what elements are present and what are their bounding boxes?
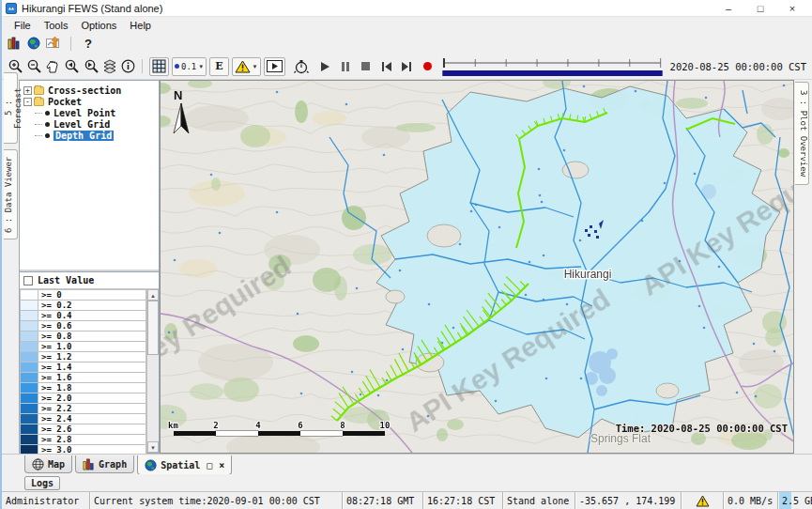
menu-file[interactable]: File xyxy=(8,19,38,32)
folder-icon xyxy=(34,98,44,106)
first-frame-icon[interactable] xyxy=(381,61,392,72)
legend-row: >= 1.0 xyxy=(20,341,146,351)
gauge-dot xyxy=(783,85,786,87)
legend-row: >= 1.4 xyxy=(20,362,146,372)
expand-icon[interactable]: + xyxy=(23,86,32,95)
legend-swatch xyxy=(20,320,38,331)
folder-icon xyxy=(34,86,44,95)
gauge-dot xyxy=(541,201,544,204)
map-canvas[interactable]: API Key Required API Key Required API Ke… xyxy=(161,81,794,453)
tree-item-level-grid[interactable]: Level Grid xyxy=(35,118,157,130)
logs-button[interactable]: Logs xyxy=(24,476,60,490)
gauge-dot xyxy=(698,305,701,308)
legend-swatch xyxy=(20,351,38,362)
tree-item-cross-section[interactable]: + Cross-section xyxy=(22,85,157,96)
legend-scrollbar[interactable]: ▲ ▼ xyxy=(146,289,159,453)
menu-bar: File Tools Options Help xyxy=(2,17,812,33)
chart-export-icon[interactable] xyxy=(46,37,61,50)
stop-icon[interactable] xyxy=(360,61,371,71)
tree-item-depth-grid[interactable]: Depth Grid xyxy=(35,130,157,141)
layers-icon[interactable] xyxy=(102,59,118,73)
status-memory: 2.5 GB xyxy=(777,492,812,509)
gauge-dot xyxy=(351,371,354,374)
pan-icon[interactable] xyxy=(45,59,60,74)
node-bullet-icon xyxy=(45,133,50,138)
contour-value-label: 0.1 xyxy=(181,62,196,71)
left-tab-strip: 5 : Forecast 6 : Data Viewer xyxy=(2,80,19,454)
animation-settings-icon[interactable] xyxy=(294,59,309,74)
vegetation-patch xyxy=(691,432,706,445)
movie-icon[interactable] xyxy=(264,57,285,76)
last-value-checkbox[interactable] xyxy=(23,276,33,285)
tab-graph[interactable]: Graph xyxy=(75,455,134,473)
help-icon[interactable]: ? xyxy=(81,37,96,51)
grid-display-icon[interactable] xyxy=(149,57,169,76)
status-user: Administrator xyxy=(2,492,89,509)
tree-item-level-point[interactable]: Level Point xyxy=(35,107,157,118)
legend-row-label: >= 0.8 xyxy=(38,331,146,341)
menu-tools[interactable]: Tools xyxy=(38,19,75,32)
scrollbar-track[interactable] xyxy=(147,301,159,441)
legend-icon[interactable]: E xyxy=(209,57,228,76)
gauge-dot xyxy=(694,173,697,176)
database-icon[interactable] xyxy=(8,37,22,50)
close-button[interactable]: × xyxy=(776,3,808,14)
gauge-dot xyxy=(583,85,586,88)
wire-globe-icon xyxy=(32,458,44,470)
collapse-icon[interactable]: - xyxy=(23,98,32,106)
record-icon[interactable] xyxy=(422,61,433,71)
pause-icon[interactable] xyxy=(341,61,350,72)
gauge-dot xyxy=(718,266,721,269)
map-viewport[interactable]: API Key Required API Key Required API Ke… xyxy=(160,80,794,454)
play-icon[interactable] xyxy=(319,61,330,72)
timeline-thumb[interactable] xyxy=(443,58,445,68)
vegetation-patch xyxy=(240,125,270,147)
chevron-down-icon[interactable]: ▼ xyxy=(198,64,204,69)
info-icon[interactable] xyxy=(121,59,135,73)
sidebar-tab-data-viewer[interactable]: 6 : Data Viewer xyxy=(4,149,18,239)
globe-icon[interactable] xyxy=(27,37,40,50)
gauge-dot xyxy=(539,194,542,197)
tree-item-label: Cross-section xyxy=(48,85,121,96)
legend-swatch xyxy=(20,413,38,424)
scale-tick-label: 4 xyxy=(255,421,261,430)
zoom-previous-icon[interactable] xyxy=(63,58,80,74)
sidebar-tab-forecast[interactable]: 5 : Forecast xyxy=(4,72,18,144)
legend-row: >= 2.4 xyxy=(20,413,146,424)
zoom-out-icon[interactable] xyxy=(26,58,42,74)
vegetation-patch xyxy=(190,383,223,400)
legend-row: >= 0.6 xyxy=(20,320,146,331)
tab-label: Spatial xyxy=(161,460,200,470)
gauge-dot xyxy=(428,303,431,306)
menu-help[interactable]: Help xyxy=(123,19,158,32)
contour-value-icon[interactable]: 0.1 ▼ xyxy=(172,57,207,76)
zoom-next-icon[interactable] xyxy=(83,58,100,74)
legend-row: >= 2.8 xyxy=(20,434,146,444)
last-frame-icon[interactable] xyxy=(401,61,412,72)
gauge-dot xyxy=(360,393,362,396)
maximize-button[interactable]: □ xyxy=(744,3,776,14)
restore-icon[interactable]: □ xyxy=(207,460,212,470)
scroll-down-icon[interactable]: ▼ xyxy=(147,441,159,453)
chevron-down-icon[interactable]: ▼ xyxy=(253,64,258,69)
scroll-up-icon[interactable]: ▲ xyxy=(147,289,159,301)
gauge-dot xyxy=(635,90,637,93)
tab-spatial[interactable]: Spatial □ × xyxy=(137,455,232,475)
status-warning-icon[interactable] xyxy=(681,492,723,509)
menu-options[interactable]: Options xyxy=(74,19,123,32)
close-icon[interactable]: × xyxy=(219,460,224,470)
sidebar-tab-plot-overview[interactable]: 3 : Plot Overview xyxy=(795,82,809,185)
tree-item-pocket[interactable]: - Pocket xyxy=(22,96,157,107)
legend-row-label: >= 0.6 xyxy=(38,320,146,331)
warning-icon[interactable]: ▼ xyxy=(232,57,261,76)
town-label: Hikurangi xyxy=(564,268,612,281)
contour-dot-icon xyxy=(175,64,179,69)
tab-map[interactable]: Map xyxy=(24,455,72,473)
minimize-button[interactable]: – xyxy=(712,3,744,14)
timeline-slider[interactable] xyxy=(441,55,664,78)
status-bar: Administrator Current system time:2020-0… xyxy=(2,491,812,509)
gauge-dot xyxy=(300,393,303,395)
gauge-dot xyxy=(774,350,776,353)
scrollbar-thumb[interactable] xyxy=(147,301,159,355)
legend-row-label: >= 0 xyxy=(38,289,146,300)
